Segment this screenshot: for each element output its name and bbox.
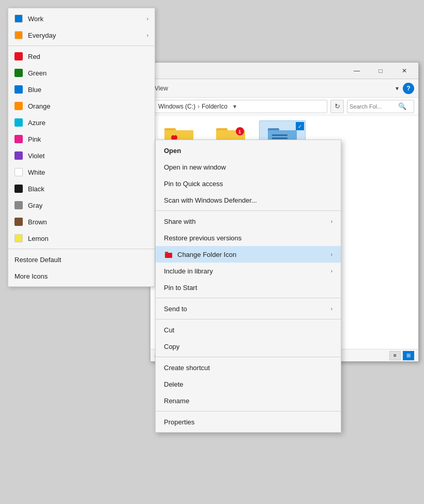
address-path[interactable]: Windows (C:) › FolderIco ▾ bbox=[155, 100, 327, 113]
ctx-share-with-label: Share with bbox=[164, 218, 327, 225]
svg-rect-11 bbox=[272, 134, 287, 136]
more-icons-label: More Icons bbox=[14, 272, 48, 280]
color-menu-item-green[interactable]: Green bbox=[8, 65, 155, 81]
color-menu-item-red[interactable]: Red bbox=[8, 48, 155, 65]
ctx-create-shortcut[interactable]: Create shortcut bbox=[156, 359, 341, 376]
color-menu-item-gray[interactable]: Gray bbox=[8, 197, 155, 213]
ctx-pin-quick-access-label: Pin to Quick access bbox=[164, 180, 332, 188]
blue-color-dot bbox=[14, 85, 23, 94]
close-button[interactable]: ✕ bbox=[392, 63, 416, 79]
minimize-button[interactable]: — bbox=[345, 63, 369, 79]
ctx-send-to[interactable]: Send to › bbox=[156, 300, 341, 317]
ctx-restore-previous-label: Restore previous versions bbox=[164, 234, 332, 242]
ctx-change-folder-icon[interactable]: Change Folder Icon › bbox=[156, 246, 341, 263]
work-arrow-icon: › bbox=[147, 16, 148, 22]
color-menu-item-violet[interactable]: Violet bbox=[8, 147, 155, 164]
ctx-open-new-window-label: Open in new window bbox=[164, 163, 332, 171]
search-box[interactable]: 🔍 bbox=[347, 100, 414, 113]
azure-label: Azure bbox=[28, 119, 46, 127]
path-dropdown-icon[interactable]: ▾ bbox=[230, 103, 240, 110]
black-color-dot bbox=[14, 185, 23, 193]
work-color-dot bbox=[14, 14, 23, 23]
search-input[interactable] bbox=[350, 103, 396, 110]
color-menu-item-black[interactable]: Black bbox=[8, 180, 155, 197]
ctx-divider2 bbox=[156, 298, 341, 298]
ctx-pin-quick-access[interactable]: Pin to Quick access bbox=[156, 175, 341, 192]
ctx-copy[interactable]: Copy bbox=[156, 338, 341, 355]
send-to-arrow-icon: › bbox=[331, 306, 332, 312]
path-separator: › bbox=[198, 103, 200, 110]
ctx-properties-label: Properties bbox=[164, 418, 332, 426]
ctx-divider3 bbox=[156, 319, 341, 319]
ctx-scan-defender-label: Scan with Windows Defender... bbox=[164, 196, 332, 204]
red-color-dot bbox=[14, 52, 23, 60]
pink-label: Pink bbox=[28, 135, 41, 143]
ctx-pin-start-label: Pin to Start bbox=[164, 284, 332, 292]
ctx-rename[interactable]: Rename bbox=[156, 392, 341, 409]
path-part1: Windows (C:) bbox=[158, 103, 195, 110]
color-menu-item-pink[interactable]: Pink bbox=[8, 131, 155, 147]
ctx-open-label: Open bbox=[164, 147, 332, 155]
svg-text:1: 1 bbox=[238, 129, 241, 134]
lemon-label: Lemon bbox=[28, 235, 49, 242]
azure-color-dot bbox=[14, 118, 23, 127]
search-icon: 🔍 bbox=[398, 102, 406, 110]
grid-view-icon[interactable]: ⊞ bbox=[403, 351, 414, 360]
brown-label: Brown bbox=[28, 218, 47, 226]
restore-default-label: Restore Default bbox=[14, 256, 61, 264]
more-icons-item[interactable]: More Icons bbox=[8, 268, 155, 284]
ctx-cut[interactable]: Cut bbox=[156, 322, 341, 338]
color-menu-item-lemon[interactable]: Lemon bbox=[8, 230, 155, 247]
color-menu-item-azure[interactable]: Azure bbox=[8, 114, 155, 131]
white-label: White bbox=[28, 169, 45, 176]
lemon-color-dot bbox=[14, 234, 23, 242]
restore-default-item[interactable]: Restore Default bbox=[8, 251, 155, 268]
everyday-label: Everyday bbox=[28, 32, 56, 39]
ctx-restore-previous[interactable]: Restore previous versions bbox=[156, 230, 341, 246]
list-view-icon[interactable]: ≡ bbox=[389, 351, 401, 360]
toolbar-view-label: View bbox=[155, 85, 168, 92]
violet-label: Violet bbox=[28, 152, 44, 160]
pink-color-dot bbox=[14, 135, 23, 143]
gray-color-dot bbox=[14, 201, 23, 209]
path-part2: FolderIco bbox=[202, 103, 228, 110]
color-menu-item-blue[interactable]: Blue bbox=[8, 81, 155, 98]
color-menu-item-everyday[interactable]: Everyday › bbox=[8, 27, 155, 43]
work-label: Work bbox=[28, 15, 43, 23]
ctx-cut-label: Cut bbox=[164, 326, 332, 334]
change-folder-icon-icon bbox=[164, 250, 173, 259]
maximize-button[interactable]: □ bbox=[369, 63, 392, 79]
ctx-divider5 bbox=[156, 411, 341, 411]
ctx-copy-label: Copy bbox=[164, 343, 332, 350]
color-menu-divider1 bbox=[8, 45, 155, 46]
violet-color-dot bbox=[14, 151, 23, 160]
red-label: Red bbox=[28, 53, 40, 60]
titlebar: — □ ✕ bbox=[150, 63, 418, 79]
ctx-rename-label: Rename bbox=[164, 397, 332, 405]
ctx-change-folder-icon-label: Change Folder Icon bbox=[177, 251, 327, 258]
color-menu-item-white[interactable]: White bbox=[8, 164, 155, 180]
toolbar-dropdown[interactable]: ▾ bbox=[396, 85, 399, 92]
ctx-divider4 bbox=[156, 357, 341, 357]
ctx-delete[interactable]: Delete bbox=[156, 376, 341, 392]
color-submenu: Work › Everyday › Red Green Blue Orange … bbox=[8, 8, 155, 287]
ctx-open-new-window[interactable]: Open in new window bbox=[156, 159, 341, 175]
refresh-button[interactable]: ↻ bbox=[330, 100, 344, 113]
ctx-scan-defender[interactable]: Scan with Windows Defender... bbox=[156, 192, 341, 208]
svg-rect-12 bbox=[272, 138, 287, 139]
white-color-dot bbox=[14, 168, 23, 176]
gray-label: Gray bbox=[28, 202, 42, 209]
color-menu-item-orange[interactable]: Orange bbox=[8, 98, 155, 114]
ctx-share-with[interactable]: Share with › bbox=[156, 213, 341, 230]
ctx-open[interactable]: Open bbox=[156, 142, 341, 159]
address-bar: Windows (C:) › FolderIco ▾ ↻ 🔍 bbox=[150, 98, 418, 115]
black-label: Black bbox=[28, 185, 44, 193]
color-menu-item-brown[interactable]: Brown bbox=[8, 213, 155, 230]
ctx-include-library[interactable]: Include in library › bbox=[156, 263, 341, 279]
help-button[interactable]: ? bbox=[403, 83, 414, 94]
color-menu-item-work[interactable]: Work › bbox=[8, 10, 155, 27]
ctx-properties[interactable]: Properties bbox=[156, 414, 341, 430]
ctx-pin-start[interactable]: Pin to Start bbox=[156, 279, 341, 296]
ctx-create-shortcut-label: Create shortcut bbox=[164, 364, 332, 372]
share-with-arrow-icon: › bbox=[331, 219, 332, 224]
